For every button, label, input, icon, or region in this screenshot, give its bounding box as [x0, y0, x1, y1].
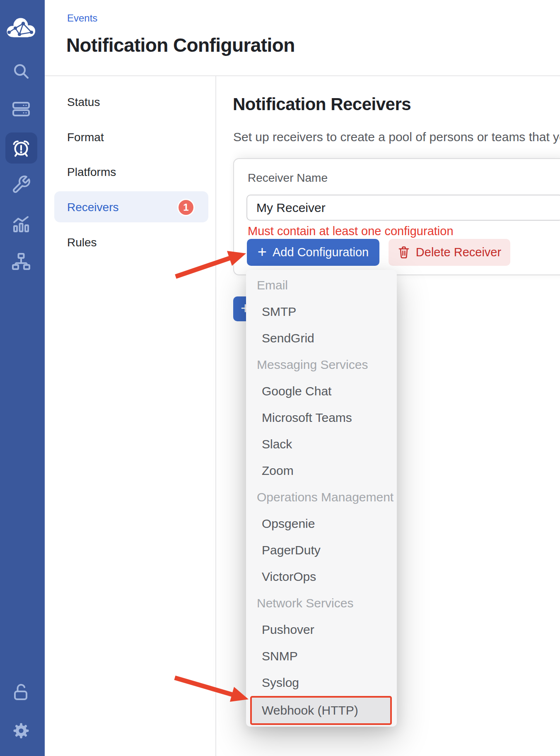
nav-item-receivers[interactable]: Receivers — [67, 195, 118, 220]
validation-error: Must contain at least one configuration — [248, 224, 454, 238]
analytics-chart-icon[interactable] — [11, 214, 31, 234]
delete-receiver-label: Delete Receiver — [416, 246, 501, 259]
annotation-arrow-webhook — [175, 678, 249, 702]
breadcrumb-events[interactable]: Events — [67, 12, 97, 24]
servers-icon[interactable] — [11, 99, 31, 119]
menu-group-network-services: Network Services — [246, 590, 397, 616]
page-title: Notification Configuration — [66, 34, 295, 56]
app-sidebar — [0, 0, 45, 756]
wrench-tools-icon[interactable] — [11, 175, 31, 195]
menu-item-microsoft-teams[interactable]: Microsoft Teams — [246, 404, 397, 431]
receivers-count-badge: 1 — [177, 199, 195, 216]
menu-item-slack[interactable]: Slack — [246, 431, 397, 457]
nav-item-format[interactable]: Format — [67, 125, 104, 150]
alarm-alerts-icon[interactable] — [11, 138, 31, 158]
menu-item-google-chat[interactable]: Google Chat — [246, 378, 397, 404]
header-divider — [45, 75, 560, 76]
menu-item-syslog[interactable]: Syslog — [246, 669, 397, 696]
menu-group-operations-management: Operations Management — [246, 484, 397, 510]
settings-gear-icon[interactable] — [11, 721, 31, 741]
menu-item-webhook-http[interactable]: Webhook (HTTP) — [250, 696, 392, 725]
menu-item-sendgrid[interactable]: SendGrid — [246, 325, 397, 352]
configuration-type-menu: Email SMTP SendGrid Messaging Services G… — [246, 270, 397, 727]
add-configuration-button[interactable]: + Add Configuration — [247, 239, 379, 266]
menu-item-pushover[interactable]: Pushover — [246, 616, 397, 643]
plus-icon: + — [258, 244, 267, 260]
delete-receiver-button[interactable]: Delete Receiver — [389, 239, 510, 266]
trash-icon — [398, 246, 410, 259]
cloud-network-logo-icon[interactable] — [4, 16, 39, 41]
receiver-name-label: Receiver Name — [248, 171, 328, 185]
menu-item-snmp[interactable]: SNMP — [246, 643, 397, 669]
menu-group-messaging-services: Messaging Services — [246, 352, 397, 378]
nav-item-status[interactable]: Status — [67, 90, 100, 115]
panel-divider — [215, 76, 216, 756]
menu-item-opsgenie[interactable]: Opsgenie — [246, 510, 397, 537]
menu-item-smtp[interactable]: SMTP — [246, 299, 397, 325]
topology-sitemap-icon[interactable] — [11, 252, 31, 272]
menu-group-email: Email — [246, 272, 397, 299]
lock-open-icon[interactable] — [11, 682, 31, 702]
menu-item-victorops[interactable]: VictorOps — [246, 563, 397, 590]
search-icon[interactable] — [11, 61, 31, 81]
nav-item-platforms[interactable]: Platforms — [67, 160, 116, 185]
menu-item-zoom[interactable]: Zoom — [246, 457, 397, 484]
nav-item-rules[interactable]: Rules — [67, 230, 97, 255]
section-description: Set up receivers to create a pool of per… — [233, 130, 560, 144]
menu-item-pagerduty[interactable]: PagerDuty — [246, 537, 397, 563]
receiver-name-input[interactable] — [246, 195, 560, 221]
receiver-card: Receiver Name Must contain at least one … — [233, 158, 560, 275]
add-configuration-label: Add Configuration — [273, 246, 369, 259]
section-title: Notification Receivers — [233, 94, 411, 114]
